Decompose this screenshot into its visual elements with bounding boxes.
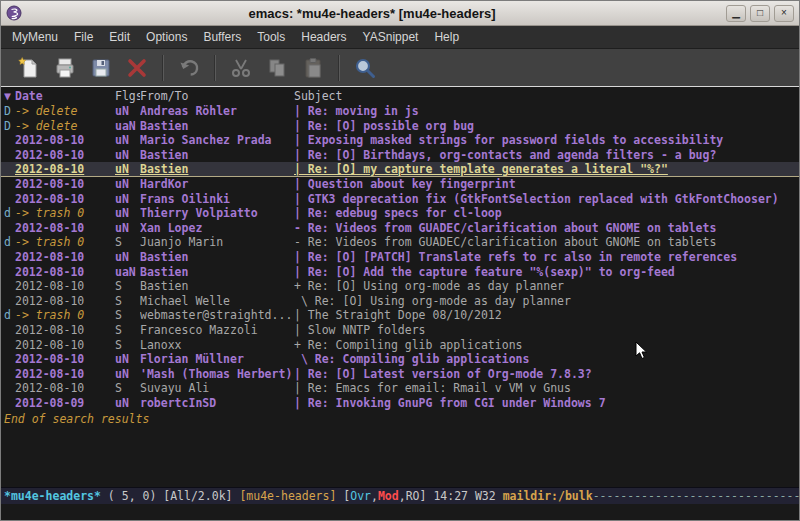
message-list: D-> deleteuNAndreas Röhler| Re: moving i… [1,104,799,410]
message-from: Bastien [140,250,294,265]
emacs-frame: emacs: *mu4e-headers* [mu4e-headers] ▁ □… [0,0,800,521]
column-flags[interactable]: Flgs [115,89,140,104]
message-subject: | Re: Emacs for email: Rmail v VM v Gnus [294,381,799,396]
message-row[interactable]: 2012-08-10SSuvayu Ali| Re: Emacs for ema… [1,381,799,396]
copy-icon[interactable] [262,53,292,83]
message-row[interactable]: 2012-08-10uNHardKor| Question about key … [1,177,799,192]
minimize-button[interactable]: ▁ [726,5,746,22]
message-row[interactable]: 2012-08-10uNBastien| Re: [O] [PATCH] Tra… [1,250,799,265]
message-date: -> trash 0 [15,308,115,323]
cut-icon[interactable] [226,53,256,83]
message-from: Bastien [140,279,294,294]
minibuffer[interactable] [1,504,799,520]
menu-mymenu[interactable]: MyMenu [4,27,66,47]
message-mark [4,352,15,367]
message-date: 2012-08-10 [15,367,115,382]
menu-tools[interactable]: Tools [249,27,293,47]
message-from: HardKor [140,177,294,192]
message-mark: d [4,206,15,221]
message-row[interactable]: 2012-08-10SBastien+ Re: [O] Using org-mo… [1,279,799,294]
message-flags: uN [115,221,140,236]
message-row[interactable]: D-> deleteuaNBastien| Re: [O] possible o… [1,119,799,134]
save-icon[interactable] [86,53,116,83]
message-mark [4,279,15,294]
toolbar-separator [338,55,340,81]
kill-buffer-icon[interactable] [122,53,152,83]
emacs-app-icon [6,5,22,21]
message-from: Bastien [140,162,294,176]
message-flags: S [115,279,140,294]
message-mark: D [4,104,15,119]
message-mark [4,367,15,382]
message-subject: | Re: Invoking GnuPG from CGI under Wind… [294,396,799,411]
message-mark: d [4,308,15,323]
message-row[interactable]: 2012-08-10uNBastien| Re: [O] Birthdays, … [1,148,799,163]
message-row[interactable]: 2012-08-09uNrobertcInSD| Re: Invoking Gn… [1,396,799,411]
message-row[interactable]: 2012-08-10SFrancesco Mazzoli| Slow NNTP … [1,323,799,338]
menu-edit[interactable]: Edit [101,27,138,47]
close-button[interactable]: × [774,5,794,22]
message-flags: uN [115,192,140,207]
menu-file[interactable]: File [66,27,101,47]
message-subject: | Re: [O] possible org bug [294,119,799,134]
message-row[interactable]: D-> deleteuNAndreas Röhler| Re: moving i… [1,104,799,119]
modeline-segment: ] [420,489,434,503]
modeline-segment: maildir:/bulk [503,489,593,503]
message-flags: uN [115,367,140,382]
menu-yasnippet[interactable]: YASnippet [355,27,427,47]
message-mark [4,323,15,338]
message-from: Thierry Volpiatto [140,206,294,221]
message-row[interactable]: 2012-08-10uNFrans Oilinki| GTK3 deprecat… [1,192,799,207]
message-from: Lanoxx [140,338,294,353]
menu-options[interactable]: Options [138,27,195,47]
message-flags: uN [115,177,140,192]
modeline-segment: Mod [378,489,399,503]
maximize-button[interactable]: □ [750,5,770,22]
menu-headers[interactable]: Headers [293,27,354,47]
message-mark [4,265,15,280]
message-row[interactable]: 2012-08-10uNFlorian Müllner \ Re: Compil… [1,352,799,367]
paste-icon[interactable] [298,53,328,83]
message-flags: uaN [115,119,140,134]
new-file-icon[interactable] [14,53,44,83]
toolbar [1,49,799,87]
sort-direction-icon[interactable]: ▼ [4,89,15,104]
modeline-segment: [mu4e-headers] [239,489,343,503]
column-date[interactable]: Date [15,89,115,104]
message-date: 2012-08-10 [15,177,115,192]
message-row[interactable]: d-> trash 0Swebmaster@straightd...| The … [1,308,799,323]
titlebar[interactable]: emacs: *mu4e-headers* [mu4e-headers] ▁ □… [1,1,799,26]
message-flags: S [115,235,140,250]
message-row[interactable]: 2012-08-10SLanoxx+ Re: Compiling glib ap… [1,338,799,353]
message-from: Frans Oilinki [140,192,294,207]
message-date: 2012-08-10 [15,294,115,309]
search-icon[interactable] [350,53,380,83]
column-subject[interactable]: Subject [294,89,799,104]
message-mark [4,177,15,192]
message-row[interactable]: 2012-08-10SMichael Welle \ Re: [O] Using… [1,294,799,309]
message-from: Bastien [140,119,294,134]
message-date: 2012-08-10 [15,279,115,294]
message-from: Mario Sanchez Prada [140,133,294,148]
message-subject: + Re: Compiling glib applications [294,338,799,353]
message-row[interactable]: 2012-08-10uNMario Sanchez Prada| Exposin… [1,133,799,148]
message-subject: | GTK3 deprecation fix (GtkFontSelection… [294,192,799,207]
message-date: 2012-08-10 [15,133,115,148]
window-controls: ▁ □ × [722,5,794,22]
message-row[interactable]: 2012-08-10uNBastien| Re: [O] my capture … [1,162,799,177]
message-row[interactable]: 2012-08-10uaNBastien| Re: [O] Add the ca… [1,265,799,280]
message-row[interactable]: 2012-08-10uNXan Lopez- Re: Videos from G… [1,221,799,236]
message-mark [4,338,15,353]
message-date: -> trash 0 [15,206,115,221]
undo-icon[interactable] [174,53,204,83]
column-from[interactable]: From/To [140,89,294,104]
message-flags: uN [115,352,140,367]
message-row[interactable]: 2012-08-10uN'Mash (Thomas Herbert)| Re: … [1,367,799,382]
menu-buffers[interactable]: Buffers [195,27,249,47]
message-row[interactable]: d-> trash 0uNThierry Volpiatto| Re: edeb… [1,206,799,221]
message-row[interactable]: d-> trash 0SJuanjo Marin- Re: Videos fro… [1,235,799,250]
menu-help[interactable]: Help [426,27,467,47]
message-subject: | Re: [O] Birthdays, org-contacts and ag… [294,148,799,163]
print-icon[interactable] [50,53,80,83]
modeline: *mu4e-headers* ( 5, 0) [All/2.0k] [mu4e-… [1,487,799,504]
